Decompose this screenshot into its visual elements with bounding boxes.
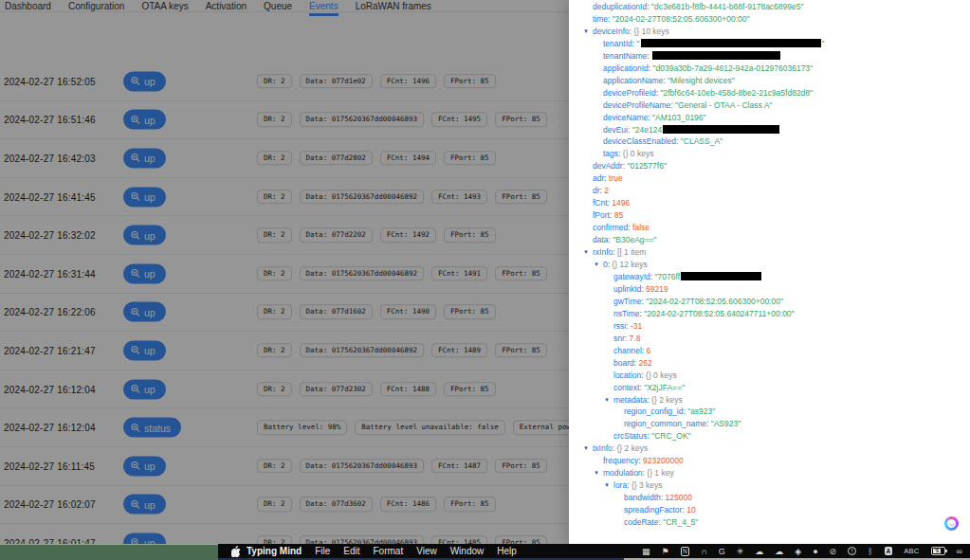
- json-value: "012577f6": [627, 161, 667, 171]
- menu-view[interactable]: View: [416, 546, 437, 556]
- collapse-arrow-icon[interactable]: ▼: [594, 259, 603, 271]
- mute-icon[interactable]: ⊘: [830, 547, 837, 556]
- collapse-arrow-icon[interactable]: ▼: [583, 443, 593, 455]
- json-value: "2024-02-27T08:52:05.640247711+00:00": [644, 309, 794, 318]
- json-key: tenantName:: [603, 51, 650, 61]
- json-value: "B30eAg==": [613, 235, 656, 244]
- json-value: 2: [604, 186, 609, 195]
- json-value: "7076ff: [655, 272, 681, 281]
- collapse-arrow-icon[interactable]: ▼: [604, 394, 613, 406]
- json-key: confirmed:: [593, 223, 631, 232]
- json-line-fport: fPort: 85: [569, 209, 970, 222]
- password-shield-icon[interactable]: ◈: [795, 547, 801, 556]
- redaction-bar: [663, 125, 779, 134]
- json-value: ": [636, 39, 639, 48]
- json-line-tenantid: tenantId: "": [569, 38, 970, 50]
- json-key: 0:: [603, 260, 610, 269]
- json-value: {} 0 keys: [623, 149, 654, 158]
- json-line-spreadingfactor: spreadingFactor: 10: [569, 504, 970, 516]
- json-key: deduplicationId:: [593, 2, 650, 11]
- screen: DashboardConfigurationOTAA keysActivatio…: [0, 0, 970, 560]
- json-key: modulation:: [603, 468, 645, 478]
- json-value: 923200000: [643, 456, 684, 465]
- json-key: snr:: [613, 334, 627, 343]
- json-tree: deduplicationId: "dc3e681b-f8fb-4441-b68…: [569, 1, 970, 529]
- cloud-sync-icon[interactable]: ☁: [775, 547, 783, 556]
- background-window-edge: [0, 544, 218, 560]
- json-line-nstime: nsTime: "2024-02-27T08:52:05.640247711+0…: [569, 308, 970, 320]
- json-value: "dc3e681b-f8fb-4441-b68f-9178ac6899e5": [651, 2, 804, 11]
- json-line-lora: ▼lora: {} 3 keys: [569, 479, 970, 492]
- redaction-bar: [652, 51, 780, 60]
- json-value: [] 1 item: [617, 247, 646, 257]
- json-line-gwtime: gwTime: "2024-02-27T08:52:05.606300+00:0…: [569, 296, 970, 308]
- json-value: "24e124: [632, 125, 662, 135]
- json-key: time:: [593, 14, 610, 24]
- json-value: {} 10 keys: [634, 27, 669, 36]
- menu-bar-app-name[interactable]: Typing Mind: [247, 546, 302, 556]
- json-line-dr: dr: 2: [569, 185, 970, 197]
- json-line-uplinkid: uplinkId: 59219: [569, 283, 970, 296]
- menu-window[interactable]: Window: [450, 546, 485, 556]
- window-tile-icon[interactable]: ▦: [642, 547, 650, 556]
- chat-bubble-icon[interactable]: ●: [813, 547, 817, 556]
- input-source-icon[interactable]: A: [885, 547, 893, 555]
- typing-mind-widget-button[interactable]: ◡: [944, 516, 959, 531]
- json-key: crcStatus:: [613, 431, 650, 441]
- headphones-icon[interactable]: ∩: [701, 547, 706, 556]
- json-value: "CR_4_5": [663, 517, 698, 527]
- cloud-icon[interactable]: ☁: [755, 547, 763, 556]
- json-line-fcnt: fCnt: 1496: [569, 197, 970, 209]
- menu-help[interactable]: Help: [497, 546, 517, 556]
- collapse-arrow-icon[interactable]: ▼: [604, 479, 613, 492]
- json-line-coderate: codeRate: "CR_4_5": [569, 516, 970, 529]
- json-line-deviceclassenabled: deviceClassEnabled: "CLASS_A": [569, 135, 970, 148]
- json-value: false: [632, 223, 650, 232]
- json-value: 10: [686, 505, 695, 515]
- warning-circle-icon[interactable]: !: [848, 547, 856, 555]
- notion-icon[interactable]: N: [681, 547, 690, 556]
- menu-format[interactable]: Format: [374, 546, 404, 556]
- json-line-metadata: ▼metadata: {} 2 keys: [569, 394, 970, 406]
- json-value: {} 0 keys: [646, 370, 677, 380]
- collapse-arrow-icon[interactable]: ▼: [583, 246, 593, 259]
- json-value: {} 12 keys: [612, 260, 647, 269]
- json-value: "Milesight devices": [668, 76, 735, 85]
- drawer-mask[interactable]: [0, 0, 569, 544]
- json-line-snr: snr: 7.8: [569, 333, 970, 345]
- json-value: 1496: [612, 198, 630, 208]
- menu-file[interactable]: File: [315, 546, 330, 556]
- json-line-data: data: "B30eAg==": [569, 234, 970, 246]
- json-key: adr:: [593, 173, 607, 183]
- json-value: ": [822, 39, 825, 48]
- json-line-tenantname: tenantName:: [569, 50, 970, 63]
- menu-edit[interactable]: Edit: [343, 546, 359, 556]
- apple-menu-icon[interactable]: [231, 546, 241, 557]
- json-key: location:: [613, 370, 644, 380]
- flag-icon[interactable]: ⚑: [661, 547, 668, 556]
- smiley-face-icon: ◡: [947, 519, 956, 528]
- collapse-arrow-icon[interactable]: ▼: [583, 26, 593, 38]
- json-line-devicename: deviceName: "AM103_0196": [569, 112, 970, 124]
- json-value: {} 3 keys: [631, 480, 663, 490]
- bluetooth-icon[interactable]: ᛒ: [868, 547, 872, 556]
- json-value: 85: [614, 210, 623, 220]
- json-value: "as923": [687, 406, 715, 416]
- json-key: metadata:: [613, 395, 650, 405]
- json-key: spreadingFactor:: [624, 505, 685, 515]
- pinwheel-icon[interactable]: ✳: [737, 547, 744, 556]
- json-key: fCnt:: [593, 198, 610, 208]
- json-key: rxInfo:: [593, 247, 615, 257]
- battery-icon[interactable]: ↯: [931, 547, 945, 555]
- json-line-deviceprofilename: deviceProfileName: "General - OTAA - Cla…: [569, 99, 970, 112]
- g-app-icon[interactable]: G: [719, 547, 725, 556]
- json-value: {} 1 key: [647, 468, 673, 478]
- json-key: uplinkId:: [613, 284, 644, 294]
- handoff-link-icon[interactable]: ∞: [957, 547, 962, 556]
- collapse-arrow-icon[interactable]: ▼: [594, 467, 603, 479]
- json-key: dr:: [593, 186, 602, 195]
- json-value: -31: [631, 321, 642, 331]
- json-key: codeRate:: [624, 517, 661, 527]
- json-value: 7.8: [630, 334, 641, 343]
- abc-input-icon[interactable]: ABC: [904, 547, 919, 556]
